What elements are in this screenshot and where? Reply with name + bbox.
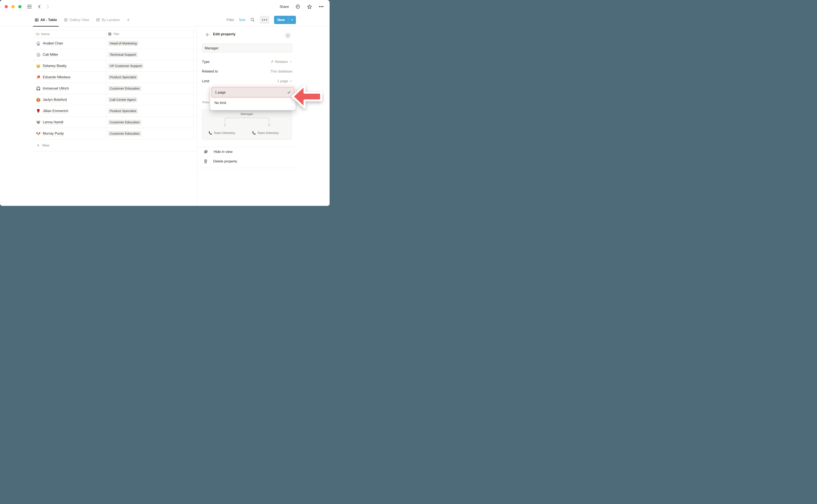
zoom-window-button[interactable] bbox=[18, 5, 21, 8]
database-table: Aa Name ▼ Title 🎡Anabel Chan Head of Mar… bbox=[34, 30, 197, 151]
tab-by-location[interactable]: By Location bbox=[95, 13, 121, 26]
forward-icon[interactable] bbox=[45, 4, 50, 9]
back-icon[interactable] bbox=[37, 4, 42, 9]
minimize-window-button[interactable] bbox=[11, 5, 15, 8]
name-cell[interactable]: 🏓Eduardo Nikolaus bbox=[34, 72, 106, 83]
table-row: 🏐Cali Miller Technical Support bbox=[34, 49, 197, 60]
view-tabbar: All - Table Gallery View By Location Fil… bbox=[0, 13, 329, 27]
type-value[interactable]: Relation bbox=[270, 60, 292, 64]
page-emoji-icon: 🏓 bbox=[36, 75, 41, 80]
table-row: 🏓Eduardo Nikolaus Product Specialist bbox=[34, 72, 197, 83]
relation-connector-lines bbox=[221, 116, 272, 128]
chevron-right-icon bbox=[289, 60, 292, 63]
title-cell[interactable]: VP Customer Support bbox=[106, 60, 194, 71]
limit-dropdown-menu: 1 page No limit bbox=[210, 86, 295, 110]
preview-label-truncated: Prev bbox=[202, 100, 209, 104]
table-row: 🐶Murray Purdy Customer Education bbox=[34, 128, 197, 139]
page-emoji-icon: 🎡 bbox=[36, 41, 41, 46]
panel-back-icon[interactable] bbox=[205, 32, 210, 38]
phone-icon: 📞 bbox=[252, 131, 256, 135]
title-cell[interactable]: Product Specialist bbox=[106, 72, 194, 83]
column-header-name[interactable]: Aa Name bbox=[34, 30, 106, 38]
new-dropdown-chevron-icon[interactable] bbox=[288, 16, 296, 24]
related-value[interactable]: This database bbox=[270, 69, 292, 73]
text-property-icon: Aa bbox=[36, 32, 39, 36]
column-header-title[interactable]: ▼ Title bbox=[106, 30, 194, 38]
table-row: 👑Delaney Beatty VP Customer Support bbox=[34, 60, 197, 72]
table-row: 🌹Jillian Emmerich Product Specialist bbox=[34, 105, 197, 117]
close-icon bbox=[286, 34, 289, 37]
table-header-row: Aa Name ▼ Title bbox=[34, 30, 197, 38]
limit-value[interactable]: 1 page bbox=[277, 79, 292, 83]
close-window-button[interactable] bbox=[5, 5, 8, 8]
new-row-button[interactable]: New bbox=[34, 139, 197, 151]
filter-button[interactable]: Filter bbox=[226, 18, 234, 22]
hide-in-view-button[interactable]: Hide in view bbox=[197, 147, 296, 156]
notion-window: Share All - Table Gallery View bbox=[0, 0, 329, 206]
checkmark-icon bbox=[287, 90, 291, 94]
title-cell[interactable]: Head of Marketing bbox=[106, 38, 194, 49]
table-row: 🍪Jaclyn Botsford Call Center Agent bbox=[34, 94, 197, 105]
title-cell[interactable]: Customer Education bbox=[106, 83, 194, 94]
sort-button[interactable]: Sort bbox=[239, 18, 245, 22]
dropdown-option-1-page[interactable]: 1 page bbox=[211, 87, 294, 97]
traffic-lights bbox=[5, 5, 21, 8]
property-limit-row: Limit 1 page bbox=[202, 76, 292, 86]
select-property-icon: ▼ bbox=[108, 32, 111, 36]
property-type-row: Type Relation bbox=[202, 57, 292, 67]
property-name-input[interactable] bbox=[202, 44, 292, 53]
page-emoji-icon: 🎧 bbox=[36, 86, 41, 91]
name-cell[interactable]: 🎧Immanuel Ullrich bbox=[34, 83, 106, 94]
share-button[interactable]: Share bbox=[279, 5, 289, 9]
page-emoji-icon: 👑 bbox=[36, 64, 41, 68]
title-cell[interactable]: Product Specialist bbox=[106, 105, 194, 117]
table-row: 🎧Immanuel Ullrich Customer Education bbox=[34, 83, 197, 94]
panel-close-button[interactable] bbox=[285, 32, 291, 39]
preview-root-label: Manager bbox=[202, 112, 292, 116]
title-cell[interactable]: Technical Support bbox=[106, 49, 194, 60]
table-row: 🐨Lenna Hamill Customer Education bbox=[34, 117, 197, 128]
view-options-icon[interactable] bbox=[260, 16, 269, 24]
relation-arrow-icon bbox=[270, 60, 274, 64]
delete-property-button[interactable]: Delete property bbox=[197, 157, 296, 166]
name-cell[interactable]: 🐨Lenna Hamill bbox=[34, 117, 106, 128]
name-cell[interactable]: 🎡Anabel Chan bbox=[34, 38, 106, 49]
preview-child-left: 📞 Team Directory bbox=[208, 131, 235, 135]
updates-clock-icon[interactable] bbox=[295, 4, 300, 9]
search-icon[interactable] bbox=[250, 17, 255, 22]
title-cell[interactable]: Customer Education bbox=[106, 117, 194, 128]
dropdown-option-no-limit[interactable]: No limit bbox=[210, 97, 295, 108]
plus-icon bbox=[36, 144, 40, 147]
add-view-plus-icon[interactable] bbox=[126, 18, 130, 22]
annotation-arrow-left bbox=[291, 83, 323, 110]
sidebar-menu-icon[interactable] bbox=[27, 5, 32, 9]
edit-property-panel: Edit property Type Relation Related to T… bbox=[197, 27, 329, 206]
name-cell[interactable]: 🏐Cali Miller bbox=[34, 49, 106, 60]
panel-title: Edit property bbox=[213, 32, 235, 36]
name-cell[interactable]: 👑Delaney Beatty bbox=[34, 60, 106, 71]
titlebar: Share bbox=[0, 0, 329, 13]
table-row: 🎡Anabel Chan Head of Marketing bbox=[34, 38, 197, 49]
board-icon bbox=[96, 18, 100, 22]
page-emoji-icon: 🏐 bbox=[36, 53, 41, 57]
page-emoji-icon: 🍪 bbox=[36, 98, 41, 102]
chevron-down-icon bbox=[289, 80, 292, 83]
more-options-icon[interactable] bbox=[318, 4, 324, 9]
title-cell[interactable]: Customer Education bbox=[106, 128, 194, 139]
tab-gallery-view[interactable]: Gallery View bbox=[63, 13, 90, 26]
page-emoji-icon: 🐶 bbox=[36, 131, 41, 136]
name-cell[interactable]: 🌹Jillian Emmerich bbox=[34, 105, 106, 117]
name-cell[interactable]: 🍪Jaclyn Botsford bbox=[34, 94, 106, 105]
table-icon bbox=[35, 18, 39, 22]
property-related-row: Related to This database bbox=[202, 66, 292, 76]
phone-icon: 📞 bbox=[208, 131, 212, 135]
tab-all-table[interactable]: All - Table bbox=[34, 13, 58, 26]
new-button[interactable]: New bbox=[274, 16, 296, 24]
page-emoji-icon: 🐨 bbox=[36, 120, 41, 125]
preview-child-right: 📞 Team Directory bbox=[252, 131, 279, 135]
title-cell[interactable]: Call Center Agent bbox=[106, 94, 194, 105]
trash-icon bbox=[204, 159, 208, 164]
favorite-star-icon[interactable] bbox=[307, 4, 312, 9]
gallery-icon bbox=[64, 18, 68, 22]
name-cell[interactable]: 🐶Murray Purdy bbox=[34, 128, 106, 139]
